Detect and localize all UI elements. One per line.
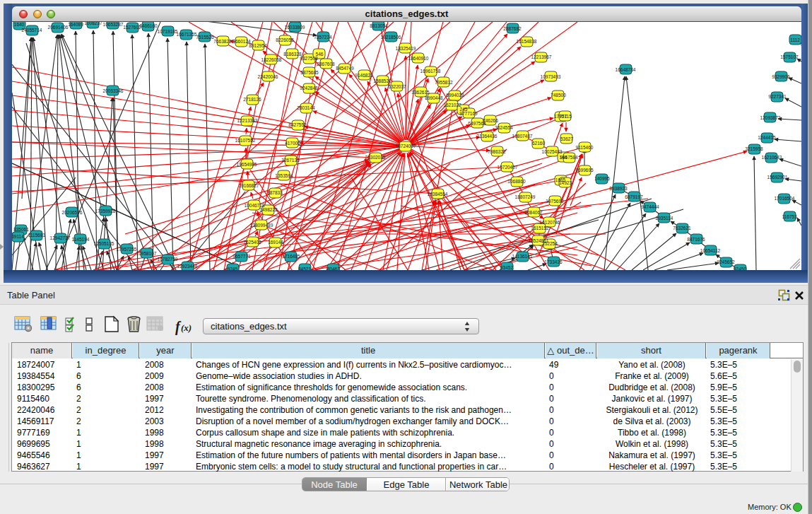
svg-text:20691406: 20691406 [48, 25, 69, 30]
svg-text:16210643: 16210643 [762, 155, 782, 160]
svg-text:20206576: 20206576 [62, 210, 83, 215]
svg-text:12213383: 12213383 [237, 118, 258, 123]
svg-text:9084067: 9084067 [524, 210, 543, 215]
svg-text:6497568: 6497568 [468, 121, 486, 126]
svg-text:9115460: 9115460 [576, 145, 594, 150]
svg-text:8938923: 8938923 [609, 186, 628, 191]
svg-text:18807249: 18807249 [515, 194, 536, 199]
svg-text:7663822: 7663822 [213, 39, 232, 44]
svg-text:8660124: 8660124 [233, 39, 251, 44]
svg-text:12942737: 12942737 [50, 235, 71, 240]
svg-text:546: 546 [316, 52, 324, 57]
svg-text:8454749: 8454749 [336, 66, 354, 71]
svg-text:9777169: 9777169 [459, 111, 478, 116]
svg-text:16154838: 16154838 [517, 39, 537, 44]
svg-text:887833: 887833 [267, 190, 283, 195]
svg-text:7357224: 7357224 [314, 35, 332, 40]
svg-text:7515526: 7515526 [196, 35, 214, 40]
svg-text:748500: 748500 [551, 93, 566, 98]
svg-text:9245: 9245 [228, 267, 238, 270]
svg-text:16671355: 16671355 [177, 32, 197, 37]
svg-text:116753: 116753 [782, 214, 797, 219]
svg-text:10653287: 10653287 [103, 22, 124, 27]
svg-text:10973493: 10973493 [541, 74, 561, 79]
svg-text:62160: 62160 [532, 141, 545, 146]
svg-text:8427552: 8427552 [288, 122, 307, 127]
svg-text:16782759: 16782759 [158, 257, 178, 262]
svg-text:16107552: 16107552 [235, 138, 256, 143]
svg-text:1353594: 1353594 [275, 173, 293, 178]
svg-text:75115: 75115 [559, 114, 572, 119]
svg-text:3624554: 3624554 [495, 125, 513, 130]
svg-text:80463: 80463 [327, 267, 340, 270]
svg-text:53627: 53627 [560, 136, 573, 141]
svg-text:19654985: 19654985 [237, 162, 257, 167]
svg-text:17016504: 17016504 [775, 196, 795, 201]
svg-text:17957255: 17957255 [117, 247, 137, 252]
svg-text:3267130: 3267130 [281, 158, 300, 163]
svg-text:3215958: 3215958 [745, 146, 763, 151]
svg-text:2718126: 2718126 [243, 97, 261, 102]
svg-text:6466160: 6466160 [139, 23, 158, 28]
svg-text:7632621: 7632621 [673, 226, 691, 230]
svg-text:8471676: 8471676 [687, 237, 705, 242]
svg-text:10807487: 10807487 [512, 134, 533, 139]
svg-text:92450: 92450 [734, 267, 746, 270]
svg-text:835061: 835061 [13, 227, 29, 232]
svg-text:6879197: 6879197 [625, 194, 643, 199]
svg-text:19166827: 19166827 [239, 183, 259, 188]
svg-text:17359928: 17359928 [95, 209, 116, 214]
svg-text:93452: 93452 [500, 265, 513, 270]
svg-text:21364436: 21364436 [477, 134, 498, 139]
svg-text:9245652: 9245652 [717, 259, 735, 264]
svg-text:8912954: 8912954 [249, 43, 267, 48]
svg-text:9146821: 9146821 [355, 73, 373, 78]
svg-text:20053346: 20053346 [103, 88, 124, 93]
svg-text:1112: 1112 [790, 37, 800, 42]
svg-text:8226058: 8226058 [276, 37, 294, 42]
svg-text:1244415: 1244415 [758, 135, 776, 140]
svg-text:10025483: 10025483 [542, 149, 563, 154]
svg-text:1975692: 1975692 [546, 199, 564, 204]
svg-text:140995: 140995 [594, 176, 610, 181]
svg-text:9327508: 9327508 [300, 56, 318, 61]
svg-text:39114: 39114 [12, 234, 24, 239]
svg-text:5875685: 5875685 [300, 70, 319, 75]
svg-text:1716485: 1716485 [282, 254, 300, 259]
svg-text:12505135: 12505135 [94, 241, 114, 246]
svg-text:1527602: 1527602 [123, 25, 141, 30]
svg-text:12923448: 12923448 [177, 264, 198, 269]
svg-text:1362615: 1362615 [411, 90, 430, 95]
svg-text:14923: 14923 [559, 180, 572, 185]
svg-text:1575107: 1575107 [780, 54, 799, 59]
svg-text:3498222: 3498222 [259, 207, 278, 212]
svg-text:7625402: 7625402 [243, 240, 261, 245]
svg-text:9699695: 9699695 [575, 168, 594, 173]
svg-text:15720407: 15720407 [498, 165, 518, 170]
svg-text:1640: 1640 [14, 22, 25, 27]
svg-text:12213967: 12213967 [531, 54, 552, 59]
svg-text:19218506: 19218506 [381, 35, 401, 40]
svg-text:16120746: 16120746 [540, 220, 560, 225]
svg-text:8186328: 8186328 [283, 52, 302, 57]
svg-text:12093872: 12093872 [760, 115, 781, 120]
svg-text:16033809: 16033809 [285, 25, 305, 30]
svg-text:2935114: 2935114 [656, 216, 673, 221]
svg-text:1615152: 1615152 [531, 226, 549, 230]
svg-text:18724007: 18724007 [396, 144, 416, 148]
svg-text:9657771: 9657771 [233, 254, 251, 259]
svg-text:19384554: 19384554 [428, 192, 448, 197]
svg-text:138099489: 138099489 [250, 223, 273, 228]
svg-text:1145194: 1145194 [72, 237, 90, 242]
svg-text:9329906: 9329906 [772, 74, 790, 79]
svg-text:1621022: 1621022 [443, 103, 461, 107]
svg-text:10719185: 10719185 [158, 29, 178, 34]
svg-text:252254: 252254 [542, 241, 558, 246]
svg-text:7955812: 7955812 [435, 80, 453, 85]
svg-text:16648784: 16648784 [616, 67, 636, 72]
svg-text:2803144: 2803144 [297, 105, 315, 110]
svg-text:1733426: 1733426 [544, 259, 563, 264]
svg-text:25302035: 25302035 [365, 155, 386, 160]
svg-text:10958107: 10958107 [136, 251, 157, 256]
svg-text:1588520: 1588520 [373, 78, 392, 83]
